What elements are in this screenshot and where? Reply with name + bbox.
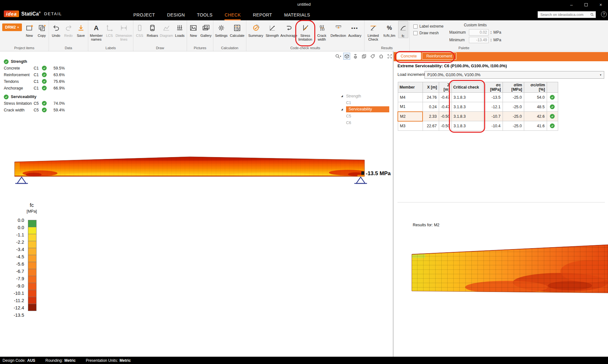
draw-mesh-checkbox-row[interactable]: Draw mesh <box>413 31 444 35</box>
summary-button[interactable]: Summary <box>248 21 264 37</box>
close-button[interactable]: × <box>593 0 608 9</box>
col-critical-check[interactable]: Critical check <box>451 82 483 93</box>
maximum-spinner[interactable]: ▴ ▾ <box>491 30 491 34</box>
copy-label: Copy <box>38 34 46 37</box>
limited-check-button[interactable]: Limited Check <box>366 21 381 41</box>
zoom-button[interactable]: ▾ <box>335 53 342 60</box>
tree-expand-icon[interactable]: ◢ <box>341 108 345 111</box>
load-increment-dropdown[interactable]: P100.0%, G100.0%, V100.0% ▾ <box>424 71 604 79</box>
menu-design[interactable]: DESIGN <box>167 9 185 20</box>
minimize-button[interactable]: – <box>564 0 579 9</box>
summary-row[interactable]: Crack width C5 59.4% <box>4 107 67 113</box>
strength-button[interactable]: Strength <box>264 21 280 37</box>
tree-item-c1[interactable]: C1 <box>341 99 389 106</box>
legend-title: fc <box>22 202 41 208</box>
spinner-down-icon[interactable]: ▾ <box>491 40 491 42</box>
tree-item-serviceability[interactable]: ◢ Serviceability <box>341 106 389 113</box>
axonometry-view-button[interactable] <box>343 53 350 60</box>
summary-row[interactable]: Tendons C1 75.6% <box>4 78 67 85</box>
tab-reinforcement[interactable]: Reinforcement <box>422 52 457 60</box>
custom-limits-title: Custom limits <box>449 23 501 28</box>
crack-width-button[interactable]: Crack width <box>314 21 330 41</box>
tree-expand-icon[interactable]: ◢ <box>341 95 345 97</box>
summary-row[interactable]: Reinforcement C1 63.6% <box>4 71 67 78</box>
fc-label: fc <box>402 34 404 38</box>
col-ratio[interactable]: σc/σlim [%] <box>524 82 547 93</box>
auxiliary-dots-icon: ••• <box>351 25 358 31</box>
tag-button[interactable] <box>369 53 376 60</box>
perspective-view-button[interactable] <box>352 53 359 60</box>
home-view-button[interactable] <box>377 53 384 60</box>
viewport-toolbar: ▾ <box>335 53 393 60</box>
menu-check[interactable]: CHECK <box>224 9 241 20</box>
save-button[interactable]: Save <box>75 21 87 37</box>
label-extreme-checkbox-row[interactable]: Label extreme <box>413 24 444 29</box>
drm2-dropdown[interactable]: DRM2 ▾ <box>2 23 22 31</box>
summary-row[interactable]: Anchorage C1 66.9% <box>4 85 67 91</box>
fc-button[interactable]: fc <box>398 21 408 38</box>
col-x[interactable]: X [m] <box>423 82 439 93</box>
calculate-button[interactable]: Calculate <box>229 21 245 37</box>
col-member[interactable]: Member <box>398 82 423 93</box>
tree-item-c6[interactable]: C6 <box>341 119 389 126</box>
minimum-label: Minimum <box>449 38 467 42</box>
search-box[interactable] <box>538 11 596 18</box>
settings-button[interactable]: Settings <box>214 21 229 37</box>
copy-button[interactable]: Copy <box>36 21 48 37</box>
gallery-button[interactable]: Gallery <box>200 21 212 37</box>
search-input[interactable] <box>540 13 590 17</box>
redo-button: Redo <box>63 21 75 37</box>
minimum-spinner[interactable]: ▴ ▾ <box>491 38 491 42</box>
help-button[interactable]: ? <box>601 11 607 17</box>
col-sigma-lim[interactable]: σlim [MPa] <box>503 82 524 93</box>
rebars-button[interactable]: Rebars <box>145 21 159 37</box>
loads-button[interactable]: Loads <box>174 21 186 37</box>
spinner-down-icon[interactable]: ▾ <box>491 32 491 34</box>
table-row[interactable]: M3 22.67 -0.50 3.1.8.3 -10.4 -25.0 41.6 <box>398 121 558 131</box>
new-project-item-button[interactable]: New <box>23 21 36 37</box>
col-sigma-c[interactable]: σc [MPa] <box>483 82 503 93</box>
member-stress-plot[interactable] <box>411 243 608 294</box>
fit-view-button[interactable] <box>386 53 393 60</box>
stress-limitation-button[interactable]: Stress limitation <box>297 21 313 41</box>
diagram-icon <box>162 24 170 32</box>
tree-item-c5[interactable]: C5 <box>341 113 389 119</box>
menu-materials[interactable]: MATERIALS <box>284 9 310 20</box>
tree-item-strength[interactable]: ◢ Strength <box>341 93 389 99</box>
group-label-draw: Draw <box>134 45 186 51</box>
member-names-button[interactable]: A Member names <box>89 21 104 41</box>
drm2-label: DRM2 <box>5 25 16 30</box>
label-extreme-checkbox[interactable] <box>413 24 418 29</box>
minimum-input[interactable]: -13.49 <box>469 37 489 43</box>
deflection-button[interactable]: Deflection <box>330 21 346 37</box>
col-z[interactable]: Z [m] <box>439 82 451 93</box>
tag-icon <box>370 54 375 59</box>
menu-tools[interactable]: TOOLS <box>197 9 212 20</box>
check-ok-icon <box>4 59 9 64</box>
anchorage-button[interactable]: Anchorage <box>281 21 297 37</box>
table-row-selected[interactable]: M2 2.33 -0.50 3.1.8.3 -10.7 -25.0 42.6 <box>398 112 558 121</box>
table-row[interactable]: M1 0.24 -0.47 3.1.8.3 -12.1 -25.0 48.5 <box>398 102 558 112</box>
tab-concrete[interactable]: Concrete <box>397 52 421 60</box>
summary-item-name: Crack width <box>4 108 34 112</box>
crack-width-icon <box>318 24 326 32</box>
status-units: Presentation Units:Metric <box>86 358 131 363</box>
auxiliary-button[interactable]: ••• Auxiliary <box>347 21 363 37</box>
layers-button[interactable] <box>360 53 367 60</box>
menu-report[interactable]: REPORT <box>253 9 272 20</box>
maximize-button[interactable] <box>579 0 593 9</box>
menu-project[interactable]: PROJECT <box>133 9 155 20</box>
extreme-serviceability-title: Extreme Serviceability: C6 (P100.0%, G10… <box>398 63 507 68</box>
table-row[interactable]: M4 24.76 -0.47 3.1.8.3 -13.5 -25.0 54.0 <box>398 93 558 102</box>
chevron-down-icon[interactable]: ▾ <box>340 55 341 58</box>
maximum-input[interactable]: 0.02 <box>469 29 489 36</box>
undo-button[interactable]: Undo <box>50 21 62 37</box>
summary-item-combo: C5 <box>34 101 42 106</box>
new-picture-button[interactable]: New <box>188 21 199 37</box>
model-viewport[interactable]: Strength Concrete C1 59.5% Reinforcement… <box>0 51 393 357</box>
legend-label: -6.7 <box>4 269 24 274</box>
fcfclim-button[interactable]: % fc/fc,lim <box>381 21 398 37</box>
summary-row[interactable]: Concrete C1 59.5% <box>4 65 67 71</box>
summary-row[interactable]: Stress limitation C5 74.0% <box>4 100 67 107</box>
draw-mesh-checkbox[interactable] <box>413 31 418 35</box>
